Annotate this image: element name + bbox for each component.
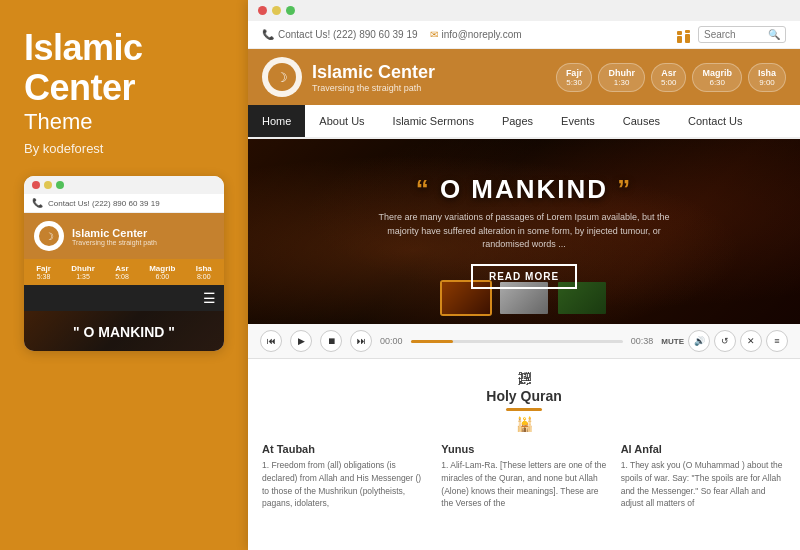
mobile-mockup: 📞 Contact Us! (222) 890 60 39 19 ☽ Islam… [24, 176, 224, 350]
browser-dot-yellow[interactable] [272, 6, 281, 15]
column-yunus: Yunus 1. Alif-Lam-Ra. [These letters are… [441, 443, 606, 510]
prayer-times-row: Fajr 5:30 Dhuhr 1:30 Asr 5:00 Magrib 6:3… [556, 63, 786, 92]
left-subtitle: Theme [24, 109, 224, 135]
mobile-prayer-asr: Asr 5:08 [115, 264, 129, 280]
audio-player: ⏮ ▶ ⏹ ⏭ 00:00 00:38 MUTE 🔊 ↺ ✕ ≡ [248, 324, 800, 359]
quran-center: ﷽ Holy Quran 🕌 [262, 371, 786, 433]
col-text-2: 1. Alif-Lam-Ra. [These letters are one o… [441, 459, 606, 510]
player-shuffle-btn[interactable]: ✕ [740, 330, 762, 352]
mobile-contact-bar: 📞 Contact Us! (222) 890 60 39 19 [24, 194, 224, 213]
stat-bar-1 [677, 27, 682, 43]
mobile-header: ☽ Islamic Center Traversing the straight… [24, 213, 224, 259]
phone-icon: 📞 [32, 198, 43, 208]
mobile-site-title: Islamic Center [72, 227, 157, 239]
nav-causes[interactable]: Causes [609, 105, 674, 137]
progress-bar[interactable] [411, 340, 623, 343]
left-panel: IslamicCenter Theme By kodeforest 📞 Cont… [0, 0, 248, 550]
player-stop-btn[interactable]: ⏹ [320, 330, 342, 352]
player-next-btn[interactable]: ⏭ [350, 330, 372, 352]
nav-sermons[interactable]: Islamic Sermons [379, 105, 488, 137]
player-play-btn[interactable]: ▶ [290, 330, 312, 352]
mobile-hero-title: " O MANKIND " [34, 325, 214, 340]
browser-dot-red[interactable] [258, 6, 267, 15]
topbar-contact-email: ✉ info@noreply.com [430, 29, 522, 40]
mobile-nav-bar: ☰ [24, 285, 224, 311]
topbar-contact-phone: 📞 Contact Us! (222) 890 60 39 19 [262, 29, 418, 40]
site-nav: Home About Us Islamic Sermons Pages Even… [248, 105, 800, 139]
prayer-asr: Asr 5:00 [651, 63, 687, 92]
hero-quote-open: “ [416, 174, 431, 204]
progress-bar-fill [411, 340, 453, 343]
quran-icon: 🕌 [516, 416, 533, 432]
mobile-logo: ☽ [34, 221, 64, 251]
stat-bar-2 [685, 27, 690, 43]
player-prev-btn[interactable]: ⏮ [260, 330, 282, 352]
contact-phone-text: Contact Us! (222) 890 60 39 19 [278, 29, 418, 40]
player-loop-btn[interactable]: ↺ [714, 330, 736, 352]
topbar-left: 📞 Contact Us! (222) 890 60 39 19 ✉ info@… [262, 29, 522, 40]
left-title: IslamicCenter [24, 28, 224, 107]
dot-yellow [44, 181, 52, 189]
mobile-top-bar [24, 176, 224, 194]
mute-label: MUTE [661, 337, 684, 346]
crescent-icon: ☽ [45, 231, 54, 242]
contact-email-text: info@noreply.com [442, 29, 522, 40]
nav-events[interactable]: Events [547, 105, 609, 137]
column-at-taubah: At Taubah 1. Freedom from (all) obligati… [262, 443, 427, 510]
hero-text: There are many variations of passages of… [364, 211, 684, 252]
left-by: By kodeforest [24, 141, 224, 156]
hero-quote-close: ” [617, 174, 632, 204]
col-text-3: 1. They ask you (O Muhammad ) about the … [621, 459, 786, 510]
arabic-text: ﷽ [262, 371, 786, 386]
mobile-contact-text: Contact Us! (222) 890 60 39 19 [48, 199, 160, 208]
hero-title: “ O MANKIND ” [364, 174, 684, 205]
site-name: Islamic Center [312, 62, 435, 83]
mobile-site-tagline: Traversing the straight path [72, 239, 157, 246]
col-text-1: 1. Freedom from (all) obligations (is de… [262, 459, 427, 510]
nav-pages[interactable]: Pages [488, 105, 547, 137]
player-time-end: 00:38 [631, 336, 654, 346]
browser-panel: 📞 Contact Us! (222) 890 60 39 19 ✉ info@… [248, 0, 800, 550]
prayer-fajr: Fajr 5:30 [556, 63, 593, 92]
col-title-3: Al Anfal [621, 443, 786, 455]
read-more-button[interactable]: READ MORE [471, 264, 577, 289]
nav-home[interactable]: Home [248, 105, 305, 137]
mobile-prayer-isha: Isha 8:00 [196, 264, 212, 280]
hero-content: “ O MANKIND ” There are many variations … [364, 174, 684, 289]
mobile-hero: " O MANKIND " [24, 311, 224, 350]
hero-title-text: O MANKIND [440, 174, 608, 204]
site-logo: ☽ [262, 57, 302, 97]
header-logo-area: ☽ Islamic Center Traversing the straight… [262, 57, 435, 97]
mobile-logo-inner: ☽ [39, 226, 59, 246]
player-time-start: 00:00 [380, 336, 403, 346]
content-section: ﷽ Holy Quran 🕌 At Taubah 1. Freedom from… [248, 359, 800, 550]
mobile-logo-text: Islamic Center Traversing the straight p… [72, 227, 157, 246]
email-icon: ✉ [430, 29, 438, 40]
hamburger-icon[interactable]: ☰ [203, 290, 216, 306]
site-tagline: Traversing the straight path [312, 83, 435, 93]
site-header: ☽ Islamic Center Traversing the straight… [248, 49, 800, 105]
player-playlist-btn[interactable]: ≡ [766, 330, 788, 352]
site-name-wrap: Islamic Center Traversing the straight p… [312, 62, 435, 93]
dot-red [32, 181, 40, 189]
col-title-1: At Taubah [262, 443, 427, 455]
player-right-controls: MUTE 🔊 ↺ ✕ ≡ [661, 330, 788, 352]
logo-inner: ☽ [268, 63, 296, 91]
prayer-dhuhr: Dhuhr 1:30 [598, 63, 645, 92]
search-box: 🔍 [698, 26, 786, 43]
player-volume-btn[interactable]: 🔊 [688, 330, 710, 352]
columns-row: At Taubah 1. Freedom from (all) obligati… [262, 443, 786, 510]
mobile-prayer-row: Fajr 5:38 Dhuhr 1:35 Asr 5:08 Magrib 6:0… [24, 259, 224, 285]
browser-dot-green[interactable] [286, 6, 295, 15]
search-icon: 🔍 [768, 29, 780, 40]
nav-contact[interactable]: Contact Us [674, 105, 756, 137]
mobile-prayer-magrib: Magrib 6:00 [149, 264, 175, 280]
prayer-magrib: Magrib 6:30 [692, 63, 742, 92]
phone-icon: 📞 [262, 29, 274, 40]
orange-divider [506, 408, 542, 411]
site-topbar: 📞 Contact Us! (222) 890 60 39 19 ✉ info@… [248, 21, 800, 49]
stats-icon [677, 27, 690, 43]
search-input[interactable] [704, 29, 764, 40]
hero-section: “ O MANKIND ” There are many variations … [248, 139, 800, 324]
nav-about[interactable]: About Us [305, 105, 378, 137]
